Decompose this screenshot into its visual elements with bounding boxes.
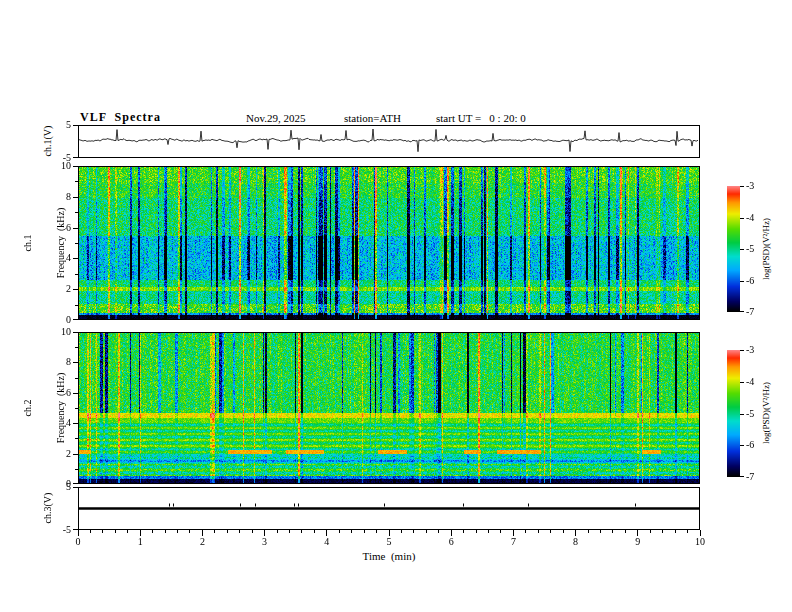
axis-tick	[700, 530, 701, 536]
axis-tick	[687, 530, 688, 533]
freq-tick-label: 10	[49, 326, 71, 338]
colorbar-ch1	[727, 186, 740, 312]
axis-tick	[252, 530, 253, 533]
colorbar-tick-label: -7	[746, 306, 772, 318]
time-tick-label: 10	[685, 536, 715, 548]
axis-tick	[264, 530, 265, 536]
time-tick-label: 8	[561, 536, 591, 548]
axis-tick	[451, 530, 452, 536]
axis-tick	[740, 414, 744, 415]
axis-tick	[740, 281, 744, 282]
volt-tick-label: -5	[49, 524, 71, 536]
ch1-voltage-axis-label: ch.1(V)	[42, 126, 53, 157]
axis-tick	[625, 530, 626, 533]
ch1-spectrogram-panel	[78, 166, 700, 320]
date-label: Nov.29, 2025	[246, 112, 305, 124]
colorbar-tick-label: -3	[746, 180, 772, 192]
station-label: station=ATH	[344, 112, 401, 124]
axis-tick	[115, 530, 116, 533]
axis-tick	[600, 530, 601, 533]
figure-title: VLF Spectra	[80, 110, 161, 125]
time-tick-label: 2	[187, 536, 217, 548]
axis-label-line: Frequency (kHz)	[55, 208, 66, 279]
axis-tick	[740, 476, 744, 477]
axis-tick	[127, 530, 128, 533]
time-tick-label: 9	[623, 536, 653, 548]
axis-tick	[90, 530, 91, 533]
ch2-spectrogram-panel	[78, 332, 700, 484]
start-ut-label: start UT = 0 : 20: 0	[436, 112, 526, 124]
ch1-voltage-panel	[78, 125, 700, 158]
volt-tick-label: 5	[49, 481, 71, 493]
axis-tick	[78, 530, 79, 536]
colorbar2-label: log(PSD)(V²/Hz)	[761, 382, 772, 444]
time-tick-label: 0	[63, 536, 93, 548]
axis-tick	[152, 530, 153, 533]
freq-tick-label: 0	[49, 314, 71, 326]
axis-tick	[500, 530, 501, 533]
axis-tick	[488, 530, 489, 533]
axis-tick	[326, 530, 327, 536]
axis-tick	[662, 530, 663, 533]
axis-tick	[177, 530, 178, 533]
axis-tick	[351, 530, 352, 533]
axis-tick	[189, 530, 190, 533]
colorbar-tick-label: -7	[746, 471, 772, 483]
time-tick-label: 6	[436, 536, 466, 548]
axis-tick	[289, 530, 290, 533]
axis-tick	[301, 530, 302, 533]
axis-tick	[214, 530, 215, 533]
axis-tick	[525, 530, 526, 533]
time-axis-label: Time (min)	[78, 550, 700, 562]
freq-tick-label: 10	[49, 160, 71, 172]
axis-tick	[740, 218, 744, 219]
ch1-spectrogram-canvas	[79, 167, 699, 319]
axis-tick	[314, 530, 315, 533]
axis-tick	[401, 530, 402, 533]
axis-tick	[740, 249, 744, 250]
axis-tick	[550, 530, 551, 533]
axis-tick	[612, 530, 613, 533]
freq-tick-label: 2	[49, 283, 71, 295]
time-tick-label: 1	[125, 536, 155, 548]
axis-tick	[740, 311, 744, 312]
axis-tick	[376, 530, 377, 533]
colorbar-ch2	[727, 350, 740, 477]
freq-tick-label: 8	[49, 191, 71, 203]
ch3-voltage-panel	[78, 487, 700, 530]
axis-label-line: ch.2	[22, 373, 33, 444]
axis-tick	[239, 530, 240, 533]
axis-tick	[413, 530, 414, 533]
axis-tick	[637, 530, 638, 536]
axis-tick	[513, 530, 514, 536]
axis-tick	[202, 530, 203, 536]
vlf-spectra-figure: VLF Spectra Nov.29, 2025 station=ATH sta…	[0, 0, 792, 612]
axis-tick	[476, 530, 477, 533]
axis-tick	[364, 530, 365, 533]
axis-tick	[389, 530, 390, 536]
colorbar-tick-label: -3	[746, 344, 772, 356]
time-tick-label: 3	[250, 536, 280, 548]
axis-tick	[102, 530, 103, 533]
time-tick-label: 4	[312, 536, 342, 548]
colorbar1-label: log(PSD)(V²/Hz)	[761, 218, 772, 280]
axis-tick	[740, 382, 744, 383]
axis-tick	[740, 186, 744, 187]
freq-tick-label: 8	[49, 356, 71, 368]
axis-tick	[650, 530, 651, 533]
axis-tick	[339, 530, 340, 533]
axis-tick	[740, 350, 744, 351]
ch2-frequency-axis-label: ch.2 Frequency (kHz)	[0, 373, 88, 444]
axis-label-line: Frequency (kHz)	[55, 373, 66, 444]
axis-tick	[277, 530, 278, 533]
axis-tick	[426, 530, 427, 533]
ch1-waveform-canvas	[79, 126, 699, 157]
axis-tick	[165, 530, 166, 533]
axis-tick	[140, 530, 141, 536]
axis-tick	[438, 530, 439, 533]
ch3-voltage-axis-label: ch.3(V)	[42, 493, 53, 524]
time-tick-label: 5	[374, 536, 404, 548]
ch2-spectrogram-canvas	[79, 333, 699, 483]
axis-tick	[588, 530, 589, 533]
axis-tick	[675, 530, 676, 533]
